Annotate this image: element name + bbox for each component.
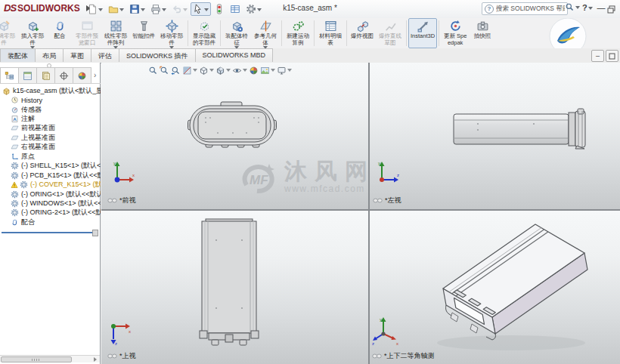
- tab-assembly[interactable]: 装配体: [0, 48, 36, 62]
- search-input[interactable]: ? 搜索 SOLIDWORKS 帮助: [482, 2, 568, 15]
- tab-sketch[interactable]: 草图: [63, 48, 91, 62]
- tab-layout[interactable]: 布局: [35, 48, 64, 62]
- tree-item-windows[interactable]: (-) WINDOWS<1> (默认<<默认>_: [0, 199, 101, 208]
- tree-item-sensors[interactable]: 传感器: [0, 105, 101, 114]
- dropdown-caret[interactable]: [575, 6, 580, 11]
- tree-item-mates[interactable]: 配合: [0, 217, 101, 227]
- dropdown-caret[interactable]: [204, 8, 209, 14]
- assembly-features-button[interactable]: 装配体特征: [222, 18, 251, 48]
- tree-item-front-plane[interactable]: 前视基准面: [0, 124, 101, 133]
- model-front-view[interactable]: [188, 100, 277, 153]
- panel-tab-configurationmanager[interactable]: [36, 67, 55, 83]
- tree-item-history[interactable]: History: [0, 95, 101, 104]
- minimize-button[interactable]: —: [597, 2, 606, 13]
- update-speedpak-button[interactable]: 更新 Speedpak: [441, 18, 470, 48]
- panel-tab-featuremanager[interactable]: [0, 67, 19, 83]
- tree-item-annotations[interactable]: A注解: [0, 114, 101, 123]
- model-top-view[interactable]: [195, 217, 268, 353]
- panel-horizontal-scrollbar[interactable]: [0, 355, 100, 362]
- open-button[interactable]: [106, 2, 126, 16]
- restore-button[interactable]: [607, 3, 615, 17]
- display-style-button[interactable]: [215, 66, 231, 76]
- move-component-button[interactable]: 移动零部件: [157, 18, 186, 48]
- tree-item-oring-2[interactable]: (-) ORING-2<1> (默认<<默认>_显: [0, 208, 101, 217]
- view-settings-button[interactable]: [277, 66, 292, 76]
- dropdown-caret[interactable]: [243, 69, 247, 74]
- instant3d-button[interactable]: Instant3D: [408, 18, 437, 48]
- scrollbar-arrow-right[interactable]: [94, 357, 99, 362]
- tree-item-right-plane[interactable]: 右视基准面: [0, 143, 101, 152]
- panel-tab-dimxpertmanager[interactable]: [54, 67, 73, 83]
- view-orientation-button[interactable]: [199, 66, 214, 76]
- dropdown-caret[interactable]: [226, 69, 231, 74]
- options-table-button[interactable]: [228, 2, 243, 16]
- component-preview-window-button[interactable]: 零部件预览窗口: [73, 18, 101, 48]
- rebuild-button[interactable]: [212, 2, 227, 16]
- viewport-front[interactable]: yx *前视: [101, 63, 368, 209]
- search-button[interactable]: [565, 2, 580, 12]
- select-button[interactable]: [191, 2, 211, 16]
- dropdown-caret[interactable]: [209, 69, 214, 74]
- dropdown-caret[interactable]: [271, 69, 275, 74]
- print-button[interactable]: [148, 2, 169, 16]
- viewport-splitter-vertical[interactable]: [368, 63, 370, 364]
- dropdown-caret[interactable]: [119, 8, 124, 14]
- viewport-trimetric[interactable]: y xz *上下二等角轴测: [370, 211, 620, 364]
- tree-item-origin[interactable]: 原点: [0, 152, 101, 161]
- hide-show-button[interactable]: [232, 66, 247, 76]
- tab-evaluate[interactable]: 评估: [91, 48, 119, 62]
- dropdown-caret[interactable]: [257, 8, 262, 14]
- dropdown-caret[interactable]: [193, 69, 197, 74]
- dropdown-caret[interactable]: [183, 8, 188, 14]
- edit-appearance-button[interactable]: [249, 66, 259, 76]
- tree-item-oring[interactable]: (-) ORING<1> (默认<<默认>_显示: [0, 190, 101, 199]
- new-motion-study-button[interactable]: 新建运动算例: [284, 18, 312, 48]
- save-button[interactable]: [127, 2, 147, 16]
- tree-root-assembly[interactable]: k15-case_asm (默认<默认_显示状态-1: [0, 86, 101, 95]
- dropdown-caret[interactable]: [141, 8, 145, 14]
- edit-component-button[interactable]: 编辑零部件: [0, 18, 18, 48]
- options-button[interactable]: [243, 2, 264, 16]
- viewport-splitter-horizontal[interactable]: [101, 209, 620, 211]
- smart-fasteners-button[interactable]: 智能扣件: [130, 18, 157, 48]
- dropdown-caret[interactable]: [98, 8, 103, 14]
- tab-solidworks-mbd[interactable]: SOLIDWORKS MBD: [195, 48, 274, 62]
- viewport-left[interactable]: yz *左视: [370, 63, 620, 209]
- mate-button[interactable]: 配合: [47, 18, 73, 48]
- take-snapshot-button[interactable]: 拍快照: [470, 18, 495, 48]
- tree-item-cover-k15[interactable]: (-) COVER_K15<1> (默认<<默: [0, 180, 101, 189]
- scrollbar-thumb[interactable]: [1, 356, 72, 362]
- show-hidden-components-button[interactable]: 显示隐藏的零部件: [190, 18, 219, 48]
- panel-expand-arrow[interactable]: ›: [94, 71, 96, 79]
- new-document-button[interactable]: [85, 2, 105, 16]
- explode-line-sketch-button[interactable]: 爆炸直线草图: [376, 18, 405, 48]
- panel-tab-propertymanager[interactable]: [18, 67, 37, 83]
- linear-component-pattern-button[interactable]: 线性零部件阵列: [101, 18, 130, 48]
- rollback-bar[interactable]: [2, 232, 92, 233]
- scene-button[interactable]: [260, 66, 275, 76]
- dropdown-caret[interactable]: [287, 69, 292, 74]
- reference-geometry-button[interactable]: 参考几何体: [251, 18, 280, 48]
- model-trimetric-view[interactable]: [422, 216, 602, 358]
- section-view-button[interactable]: [182, 66, 197, 76]
- dropdown-caret[interactable]: [588, 7, 593, 12]
- insert-components-button[interactable]: 插入零部件: [18, 18, 47, 48]
- previous-view-button[interactable]: [171, 66, 181, 76]
- bill-of-materials-button[interactable]: 材料明细表: [316, 18, 345, 48]
- help-button[interactable]: ?: [582, 3, 593, 12]
- tree-item-shell-k15[interactable]: (-) SHELL_K15<1> (默认<<默认>_: [0, 162, 101, 171]
- undo-button[interactable]: [169, 2, 190, 16]
- viewport-restore-button[interactable]: [606, 50, 618, 62]
- tab-solidworks-addins[interactable]: SOLIDWORKS 插件: [119, 48, 196, 62]
- viewport-top[interactable]: xz *上视: [101, 211, 368, 364]
- viewport-minimize-button[interactable]: –: [591, 50, 604, 62]
- exploded-view-button[interactable]: 爆炸视图: [349, 18, 376, 48]
- zoom-area-button[interactable]: [160, 66, 169, 76]
- model-left-view[interactable]: [451, 107, 593, 151]
- dropdown-caret[interactable]: [162, 8, 166, 14]
- tree-item-pcb-k15[interactable]: (-) PCB_K15<1> (默认<<默认>_显: [0, 171, 101, 180]
- tree-item-top-plane[interactable]: 上视基准面: [0, 133, 101, 142]
- zoom-fit-button[interactable]: [148, 66, 158, 76]
- rollback-handle[interactable]: [92, 230, 98, 236]
- panel-tab-displaymanager[interactable]: [73, 67, 91, 83]
